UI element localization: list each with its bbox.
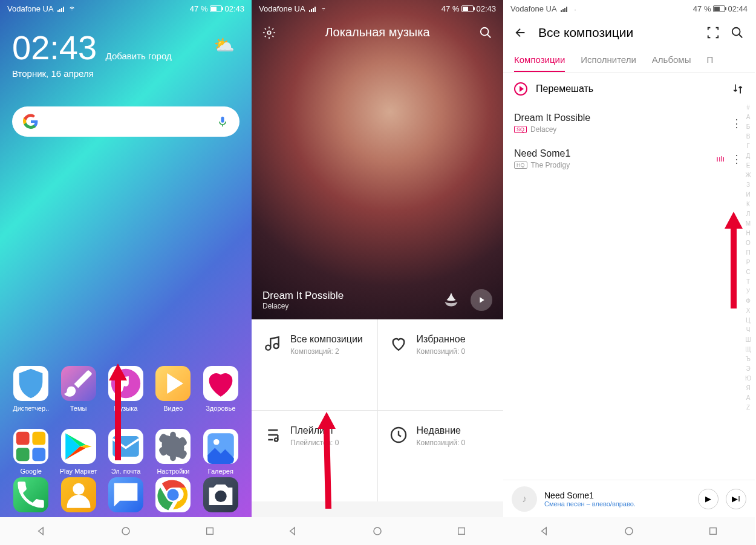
now-playing-bar[interactable]: Dream It Possible Delacey <box>262 289 492 311</box>
mini-player[interactable]: ♪ Need Some1 Смена песен – влево/вправо.… <box>503 480 755 517</box>
tab-Альбомы[interactable]: Альбомы <box>652 48 691 72</box>
svg-rect-22 <box>458 528 464 535</box>
nav-recent[interactable] <box>443 522 480 540</box>
nav-bar <box>0 517 252 545</box>
search-icon[interactable] <box>479 26 492 39</box>
app-Google[interactable]: Google <box>9 429 53 475</box>
annotation-arrow <box>722 212 746 308</box>
svg-rect-14 <box>206 528 213 535</box>
clock-icon <box>389 425 408 445</box>
nav-back[interactable] <box>275 522 311 540</box>
app-grid: Диспетчер.. Темы Музыка Видео Здоровье G… <box>0 366 252 492</box>
app-Настройки[interactable]: Настройки <box>151 429 195 475</box>
nav-recent[interactable] <box>695 522 731 540</box>
huawei-icon <box>440 289 462 311</box>
music-card-Недавние[interactable]: Недавние Композиций: 0 <box>378 411 504 501</box>
svg-point-21 <box>374 527 381 535</box>
nav-bar <box>252 517 503 545</box>
np-artist: Delacey <box>262 302 432 310</box>
svg-point-23 <box>732 28 740 36</box>
mic-icon[interactable] <box>217 116 229 128</box>
nav-home[interactable] <box>359 522 396 540</box>
app-Темы[interactable]: Темы <box>57 366 100 412</box>
music-card-Плейлист[interactable]: Плейлист Плейлистов: 0 <box>252 411 377 501</box>
dock-camera[interactable] <box>203 477 238 512</box>
nav-back[interactable] <box>527 522 563 540</box>
eq-icon: ıılı <box>716 154 725 163</box>
wifi-icon <box>319 5 328 12</box>
screen-title: Все композиции <box>538 25 696 40</box>
svg-point-11 <box>168 489 179 500</box>
music-card-Все композиции[interactable]: Все композиции Композиций: 2 <box>252 319 377 410</box>
svg-point-16 <box>481 27 489 35</box>
shuffle-button[interactable]: Перемешать <box>503 73 755 105</box>
app-Видео[interactable]: Видео <box>151 366 195 412</box>
hero-play-button[interactable] <box>471 289 492 311</box>
weather-icon[interactable]: ⛅ <box>213 35 235 55</box>
svg-point-9 <box>73 483 84 495</box>
mini-play-button[interactable]: ▶ <box>698 489 719 509</box>
nav-back[interactable] <box>24 522 60 540</box>
more-icon[interactable]: ⋮ <box>729 117 744 130</box>
settings-icon[interactable] <box>262 26 276 39</box>
mini-player-hint: Смена песен – влево/вправо. <box>544 500 691 507</box>
track-list: Dream It Possible SQDelacey ⋮ Need Some1… <box>503 105 755 177</box>
add-city[interactable]: Добавить город <box>106 51 172 61</box>
home-screen: Vodafone UA 47 % 02:43 02:43 Добавить го… <box>0 0 252 545</box>
sort-icon[interactable] <box>732 83 744 95</box>
status-bar: Vodafone UA 47 %02:44 <box>503 0 755 17</box>
battery-icon <box>461 5 474 12</box>
shuffle-play-icon <box>514 82 527 96</box>
track-row[interactable]: Need Some1 HQThe Prodigy ıılı ⋮ <box>503 141 755 177</box>
more-icon[interactable]: ⋮ <box>729 152 744 166</box>
svg-rect-1 <box>16 432 30 445</box>
mini-next-button[interactable]: ▶I <box>726 489 746 509</box>
wifi-icon <box>68 5 76 12</box>
dock-phone[interactable] <box>13 477 48 512</box>
signal-icon <box>309 5 316 12</box>
music-card-Избранное[interactable]: Избранное Композиций: 0 <box>378 319 504 410</box>
svg-point-8 <box>213 439 220 445</box>
status-bar: Vodafone UA 47 % 02:43 <box>0 0 252 17</box>
battery-icon <box>210 5 222 12</box>
status-bar: Vodafone UA 47 %02:43 <box>252 0 503 17</box>
dock-msg[interactable] <box>108 477 143 512</box>
tab-П[interactable]: П <box>706 48 713 72</box>
search-icon[interactable] <box>731 26 744 39</box>
svg-point-24 <box>625 527 633 535</box>
svg-point-13 <box>122 527 129 535</box>
hero-section: Vodafone UA 47 %02:43 Локальная музыка D… <box>252 0 503 319</box>
svg-rect-4 <box>33 448 46 461</box>
app-Диспетчер..[interactable]: Диспетчер.. <box>9 366 53 412</box>
music-header-title: Локальная музыка <box>325 25 429 39</box>
svg-rect-3 <box>16 448 30 461</box>
tab-Композиции[interactable]: Композиции <box>514 48 565 72</box>
nav-bar <box>503 517 755 545</box>
clock-time: 02:43 <box>12 28 97 67</box>
signal-icon <box>57 5 64 12</box>
tab-Исполнители[interactable]: Исполнители <box>581 48 636 72</box>
letter-index[interactable]: #АБВГДЕЖЗИКЛМНОПРСТУФХЦЧШЩЪЭЮЯAZ <box>744 103 752 413</box>
app-Play Маркет[interactable]: Play Маркет <box>57 429 100 475</box>
dock-chrome[interactable] <box>155 477 191 512</box>
app-Музыка[interactable]: Музыка <box>104 366 148 412</box>
music-cards-grid: Все композиции Композиций: 2 Избранное К… <box>252 319 503 501</box>
back-icon[interactable] <box>514 26 527 39</box>
app-Галерея[interactable]: Галерея <box>199 429 243 475</box>
wifi-icon <box>571 5 579 12</box>
mini-player-title: Need Some1 <box>544 491 691 500</box>
dock-contacts[interactable] <box>61 477 96 512</box>
track-row[interactable]: Dream It Possible SQDelacey ⋮ <box>503 105 755 141</box>
scan-icon[interactable] <box>706 26 720 39</box>
app-Эл. почта[interactable]: Эл. почта <box>104 429 148 475</box>
dock <box>0 477 252 516</box>
date-label: Вторник, 16 апреля <box>12 68 240 79</box>
google-search-bar[interactable] <box>12 106 240 137</box>
app-Здоровье[interactable]: Здоровье <box>199 366 243 412</box>
tabs: КомпозицииИсполнителиАльбомыП <box>503 48 755 73</box>
heart-icon <box>389 334 408 353</box>
nav-home[interactable] <box>108 522 144 540</box>
svg-rect-5 <box>112 436 139 457</box>
nav-home[interactable] <box>611 522 647 540</box>
nav-recent[interactable] <box>192 522 228 540</box>
